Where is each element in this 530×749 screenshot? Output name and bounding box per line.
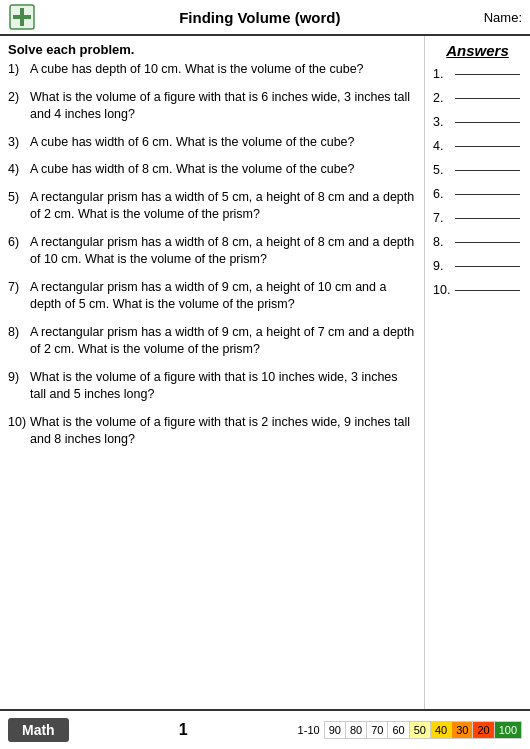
question-item: 7) A rectangular prism has a width of 9 …: [8, 279, 416, 314]
score-cell: 40: [431, 722, 452, 738]
answer-line: 7.: [433, 211, 522, 225]
answer-blank[interactable]: [455, 122, 520, 123]
answer-line: 3.: [433, 115, 522, 129]
question-item: 3) A cube has width of 6 cm. What is the…: [8, 134, 416, 152]
question-item: 4) A cube has width of 8 cm. What is the…: [8, 161, 416, 179]
score-cell: 70: [367, 722, 388, 738]
score-cell: 60: [388, 722, 409, 738]
score-table: 9080706050403020100: [324, 721, 522, 739]
question-item: 2) What is the volume of a figure with t…: [8, 89, 416, 124]
questions-list: 1) A cube has depth of 10 cm. What is th…: [8, 61, 416, 449]
logo-icon: [8, 3, 36, 31]
answers-panel: Answers 1. 2. 3. 4. 5. 6. 7. 8. 9.: [425, 36, 530, 709]
math-label: Math: [8, 718, 69, 742]
score-cell: 90: [325, 722, 346, 738]
answer-line: 9.: [433, 259, 522, 273]
question-number: 4): [8, 161, 30, 179]
page-title: Finding Volume (word): [36, 9, 484, 26]
answer-number: 3.: [433, 115, 453, 129]
score-cell: 30: [452, 722, 473, 738]
answer-blank[interactable]: [455, 218, 520, 219]
answer-number: 9.: [433, 259, 453, 273]
answer-blank[interactable]: [455, 242, 520, 243]
score-cell: 50: [410, 722, 431, 738]
footer: Math 1 1-10 9080706050403020100: [0, 709, 530, 749]
answer-line: 5.: [433, 163, 522, 177]
question-number: 10): [8, 414, 30, 449]
main-content: Solve each problem. 1) A cube has depth …: [0, 36, 530, 709]
question-text: A rectangular prism has a width of 8 cm,…: [30, 234, 416, 269]
question-text: A rectangular prism has a width of 9 cm,…: [30, 279, 416, 314]
question-number: 2): [8, 89, 30, 124]
question-text: What is the volume of a figure with that…: [30, 89, 416, 124]
answer-blank[interactable]: [455, 290, 520, 291]
answer-number: 7.: [433, 211, 453, 225]
answer-line: 8.: [433, 235, 522, 249]
questions-area: Solve each problem. 1) A cube has depth …: [0, 36, 425, 709]
answers-title: Answers: [433, 42, 522, 59]
answers-list: 1. 2. 3. 4. 5. 6. 7. 8. 9. 10.: [433, 67, 522, 297]
question-text: What is the volume of a figure with that…: [30, 369, 416, 404]
svg-rect-2: [13, 15, 31, 19]
header: Finding Volume (word) Name:: [0, 0, 530, 36]
answer-blank[interactable]: [455, 98, 520, 99]
question-text: A cube has depth of 10 cm. What is the v…: [30, 61, 416, 79]
answer-line: 2.: [433, 91, 522, 105]
question-number: 7): [8, 279, 30, 314]
answer-line: 6.: [433, 187, 522, 201]
answer-line: 1.: [433, 67, 522, 81]
solve-label: Solve each problem.: [8, 42, 416, 57]
answer-blank[interactable]: [455, 170, 520, 171]
answer-number: 6.: [433, 187, 453, 201]
question-item: 10) What is the volume of a figure with …: [8, 414, 416, 449]
answer-number: 8.: [433, 235, 453, 249]
question-number: 5): [8, 189, 30, 224]
question-number: 1): [8, 61, 30, 79]
score-cell: 80: [346, 722, 367, 738]
page-number: 1: [179, 721, 188, 739]
question-item: 1) A cube has depth of 10 cm. What is th…: [8, 61, 416, 79]
question-item: 5) A rectangular prism has a width of 5 …: [8, 189, 416, 224]
answer-number: 2.: [433, 91, 453, 105]
question-item: 9) What is the volume of a figure with t…: [8, 369, 416, 404]
answer-number: 10.: [433, 283, 453, 297]
answer-line: 4.: [433, 139, 522, 153]
question-number: 9): [8, 369, 30, 404]
question-item: 6) A rectangular prism has a width of 8 …: [8, 234, 416, 269]
answer-number: 4.: [433, 139, 453, 153]
score-cell: 20: [473, 722, 494, 738]
answer-blank[interactable]: [455, 74, 520, 75]
score-range-label: 1-10: [298, 724, 320, 736]
question-number: 6): [8, 234, 30, 269]
question-number: 8): [8, 324, 30, 359]
answer-line: 10.: [433, 283, 522, 297]
question-text: A cube has width of 8 cm. What is the vo…: [30, 161, 416, 179]
question-number: 3): [8, 134, 30, 152]
answer-blank[interactable]: [455, 266, 520, 267]
question-text: A rectangular prism has a width of 9 cm,…: [30, 324, 416, 359]
logo: [8, 3, 36, 31]
question-item: 8) A rectangular prism has a width of 9 …: [8, 324, 416, 359]
name-label: Name:: [484, 10, 522, 25]
question-text: A cube has width of 6 cm. What is the vo…: [30, 134, 416, 152]
question-text: A rectangular prism has a width of 5 cm,…: [30, 189, 416, 224]
answer-number: 1.: [433, 67, 453, 81]
answer-number: 5.: [433, 163, 453, 177]
answer-blank[interactable]: [455, 146, 520, 147]
question-text: What is the volume of a figure with that…: [30, 414, 416, 449]
score-cell: 100: [495, 722, 521, 738]
answer-blank[interactable]: [455, 194, 520, 195]
